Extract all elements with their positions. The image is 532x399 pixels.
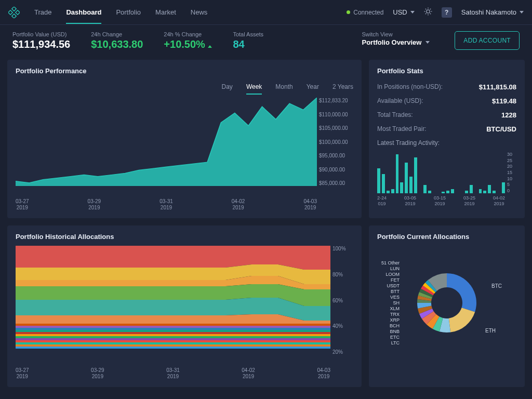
card-historical-allocations: Portfolio Historical Allocations 100%80%…	[7, 225, 362, 387]
performance-chart: $112,833.20$110,000.00$105,000.00$100,00…	[16, 98, 353, 196]
activity-label: Latest Trading Activity:	[377, 139, 516, 147]
nav-dashboard[interactable]: Dashboard	[66, 1, 101, 23]
svg-rect-15	[16, 328, 330, 330]
svg-rect-18	[16, 334, 330, 336]
tab-month[interactable]: Month	[275, 80, 292, 94]
donut-label-btc: BTC	[491, 283, 502, 289]
activity-chart: 302520151050	[377, 152, 516, 193]
user-menu[interactable]: Satoshi Nakamoto	[461, 8, 524, 16]
svg-rect-2	[16, 10, 20, 14]
current-allocation-chart: 51 OtherLUNLOOMFETUSDTBTTVESSHXLMTRXXRPB…	[377, 246, 516, 360]
main-nav: Trade Dashboard Portfolio Market News	[34, 1, 207, 23]
svg-rect-23	[16, 344, 330, 347]
svg-rect-19	[16, 336, 330, 338]
status-dot-icon	[347, 10, 350, 14]
svg-line-12	[430, 9, 431, 9]
activity-x-axis: 2-2401903-05201903-15201903-25201904-022…	[377, 195, 516, 207]
svg-rect-17	[16, 332, 330, 334]
stats-list: In Positions (non-USD):$111,815.08Availa…	[377, 80, 516, 136]
connection-status: Connected	[347, 9, 383, 16]
svg-rect-21	[16, 340, 330, 342]
svg-rect-20	[16, 338, 330, 340]
topbar: Trade Dashboard Portfolio Market News Co…	[0, 0, 532, 25]
svg-line-10	[430, 14, 431, 14]
summary-bar: Portfolio Value (USD) $111,934.56 24h Ch…	[0, 25, 532, 60]
help-button[interactable]: ?	[442, 7, 452, 18]
card-stats: Portfolio Stats In Positions (non-USD):$…	[369, 60, 525, 218]
svg-rect-14	[16, 326, 330, 328]
tab-2years[interactable]: 2 Years	[332, 80, 353, 94]
dashboard-grid: Portfolio Performance Day Week Month Yea…	[0, 60, 532, 394]
status-label: Connected	[353, 9, 383, 16]
card-current-allocations: Portfolio Current Allocations 51 OtherLU…	[369, 225, 525, 387]
tab-week[interactable]: Week	[246, 80, 262, 94]
donut-label-eth: ETH	[485, 328, 496, 334]
currency-label: USD	[393, 8, 407, 16]
stat-24h-change: 24h Change $10,633.80	[91, 31, 143, 50]
stat-24h-pct: 24h % Change +10.50%	[164, 31, 212, 50]
svg-rect-3	[12, 14, 16, 18]
nav-portfolio[interactable]: Portfolio	[116, 1, 141, 23]
card-title: Portfolio Historical Allocations	[16, 233, 353, 241]
perf-x-axis: 03-27201903-29201903-31201904-02201904-0…	[16, 198, 353, 211]
theme-toggle[interactable]	[424, 7, 432, 17]
chevron-down-icon	[425, 41, 430, 44]
nav-market[interactable]: Market	[155, 1, 176, 23]
topbar-right: Connected USD ? Satoshi Nakamoto	[347, 7, 524, 18]
historical-allocation-chart: 100%80%60%40%20%	[16, 246, 353, 365]
logo-icon	[8, 7, 20, 18]
svg-rect-22	[16, 342, 330, 344]
nav-trade[interactable]: Trade	[34, 1, 51, 23]
svg-rect-1	[8, 10, 12, 14]
sun-icon	[424, 7, 432, 16]
chevron-down-icon	[520, 11, 524, 14]
stats-row: Available (USD):$119.48	[377, 94, 516, 108]
currency-selector[interactable]: USD	[393, 8, 414, 16]
card-performance: Portfolio Performance Day Week Month Yea…	[7, 60, 362, 218]
caret-up-icon	[208, 45, 212, 48]
svg-line-9	[425, 9, 426, 9]
card-title: Portfolio Current Allocations	[377, 233, 516, 241]
tab-day[interactable]: Day	[222, 80, 233, 94]
svg-point-4	[427, 10, 430, 13]
switch-view: Switch View Portfolio Overview	[362, 31, 430, 46]
svg-rect-16	[16, 330, 330, 332]
svg-rect-13	[16, 324, 330, 326]
card-title: Portfolio Stats	[377, 67, 516, 75]
switch-view-select[interactable]: Portfolio Overview	[362, 38, 430, 46]
svg-line-11	[425, 14, 426, 14]
stats-row: Most Traded Pair:BTC/USD	[377, 122, 516, 136]
nav-news[interactable]: News	[191, 1, 208, 23]
add-account-button[interactable]: ADD ACCOUNT	[455, 31, 520, 50]
stat-portfolio-value: Portfolio Value (USD) $111,934.56	[12, 31, 70, 50]
tab-year[interactable]: Year	[307, 80, 319, 94]
stat-total-assets: Total Assets 84	[233, 31, 263, 50]
perf-tabs: Day Week Month Year 2 Years	[16, 80, 353, 94]
svg-rect-24	[16, 347, 330, 349]
hist-x-axis: 03-27201903-29201903-31201904-02201904-0…	[16, 367, 353, 380]
card-title: Portfolio Performance	[16, 67, 353, 75]
stats-row: Total Trades:1228	[377, 108, 516, 122]
chevron-down-icon	[410, 11, 415, 14]
stats-row: In Positions (non-USD):$111,815.08	[377, 80, 516, 94]
user-name: Satoshi Nakamoto	[461, 8, 516, 16]
svg-rect-0	[12, 7, 16, 11]
